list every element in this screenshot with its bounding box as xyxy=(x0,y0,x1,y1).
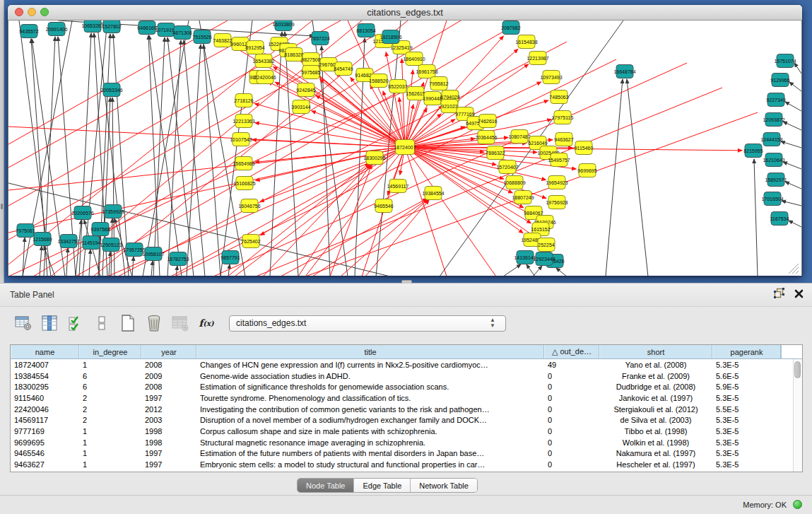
graph-node[interactable]: 16046756 xyxy=(238,199,260,213)
graph-node[interactable]: 8522037 xyxy=(388,80,407,93)
graph-node[interactable]: 16154838 xyxy=(515,35,537,49)
graph-node[interactable]: 4671308 xyxy=(172,26,192,40)
graph-node[interactable]: 18807249 xyxy=(512,191,534,204)
network-window-titlebar[interactable]: citations_edges.txt xyxy=(8,5,802,21)
close-panel-icon[interactable] xyxy=(794,288,804,301)
graph-node[interactable]: 10688809 xyxy=(503,176,525,189)
zoom-window-icon[interactable] xyxy=(40,8,49,16)
column-header-pagerank[interactable]: pagerank xyxy=(712,345,781,358)
column-header-out_de[interactable]: △ out_de… xyxy=(544,345,599,358)
panel-drag-grip[interactable] xyxy=(1,204,3,209)
graph-node[interactable]: 20364456 xyxy=(475,131,497,144)
graph-node[interactable]: 17975115 xyxy=(552,111,574,124)
graph-node[interactable]: 9463627 xyxy=(554,133,573,146)
graph-node[interactable]: 9129966 xyxy=(770,74,789,87)
scrollbar-thumb[interactable] xyxy=(794,361,801,378)
graph-node[interactable]: 9397588 xyxy=(90,223,110,236)
table-source-dropdown[interactable]: citations_edges.txt ▲▼ xyxy=(229,315,506,332)
graph-node[interactable]: 12093872 xyxy=(763,113,784,127)
graph-node[interactable]: 18640910 xyxy=(403,52,425,66)
table-settings-icon[interactable] xyxy=(14,314,33,332)
graph-node[interactable]: 1215689 xyxy=(33,233,52,246)
table-row[interactable]: 1456911722003Disruption of a novel membe… xyxy=(11,414,794,426)
column-header-year[interactable]: year xyxy=(141,345,196,358)
column-header-name[interactable]: name xyxy=(11,345,79,358)
table-row[interactable]: 1938455462009Genome-wide association stu… xyxy=(11,370,794,382)
graph-node[interactable]: 8912954 xyxy=(245,41,264,54)
network-canvas[interactable]: 1872400712325419186409101696175879558128… xyxy=(8,21,801,276)
graph-node[interactable]: 9465546 xyxy=(374,199,393,213)
graph-node[interactable]: 7485063 xyxy=(549,90,568,104)
graph-node[interactable]: 15654985 xyxy=(233,157,254,170)
graph-node[interactable]: 18724007 xyxy=(394,140,416,155)
graph-node[interactable]: 16033809 xyxy=(272,21,294,31)
graph-node[interactable]: 7625402 xyxy=(241,235,260,248)
graph-node[interactable]: 12213363 xyxy=(233,115,254,128)
graph-node[interactable]: 1527802 xyxy=(102,21,121,33)
graph-node[interactable]: 9227349 xyxy=(766,93,785,107)
delete-table-icon[interactable] xyxy=(145,314,163,332)
graph-node[interactable]: 22420046 xyxy=(254,71,276,84)
graph-node[interactable]: 8813054 xyxy=(356,24,375,37)
graph-node[interactable]: 13342757 xyxy=(57,235,79,248)
graph-node[interactable]: 7975061 xyxy=(16,224,35,238)
graph-node[interactable]: 16782753 xyxy=(167,252,189,266)
collapsed-control-panel-strip[interactable] xyxy=(0,0,4,283)
tab-node-table[interactable]: Node Table xyxy=(298,479,354,492)
column-header-short[interactable]: short xyxy=(599,345,712,358)
graph-node[interactable]: 10958107 xyxy=(142,247,164,261)
graph-node[interactable]: 7462616 xyxy=(478,115,497,128)
graph-node[interactable]: 15495757 xyxy=(548,153,570,167)
graph-node[interactable]: 20206576 xyxy=(71,206,93,220)
graph-node[interactable]: 12923448 xyxy=(533,252,555,266)
tab-network-table[interactable]: Network Table xyxy=(411,479,477,492)
graph-node[interactable]: 17016504 xyxy=(761,192,783,206)
graph-node[interactable]: 15751074 xyxy=(774,54,796,68)
graph-node[interactable]: 7857224 xyxy=(310,32,329,45)
graph-node[interactable]: 19218506 xyxy=(379,30,401,44)
graph-node[interactable]: 2087682 xyxy=(501,21,520,35)
graph-node[interactable]: 18300295 xyxy=(363,151,385,165)
graph-node[interactable]: 20053346 xyxy=(100,83,122,97)
select-all-columns-icon[interactable] xyxy=(66,314,85,332)
graph-node[interactable]: 8215955 xyxy=(743,144,763,158)
graph-node[interactable]: 252254 xyxy=(538,238,555,252)
graph-node[interactable]: 9827508 xyxy=(301,53,320,66)
table-row[interactable]: 911546021997Tourette syndrome. Phenomeno… xyxy=(11,392,794,404)
graph-node[interactable]: 20691406 xyxy=(45,23,67,36)
graph-node[interactable]: 15892971 xyxy=(765,173,787,187)
function-builder-icon[interactable]: f(x) xyxy=(197,314,216,332)
choose-columns-icon[interactable] xyxy=(40,314,59,332)
close-window-icon[interactable] xyxy=(15,8,23,16)
graph-node[interactable]: 9435572 xyxy=(19,25,38,38)
graph-node[interactable]: 16961758 xyxy=(416,65,437,78)
table-row[interactable]: 946554611997Estimation of the future num… xyxy=(11,448,794,460)
graph-node[interactable]: 1990448 xyxy=(423,92,442,105)
graph-node[interactable]: 16648784 xyxy=(613,65,635,78)
graph-node[interactable]: 17359928 xyxy=(102,205,124,218)
graph-node[interactable]: 10807487 xyxy=(508,130,530,144)
graph-node[interactable]: 10653287 xyxy=(81,21,103,33)
row-height-icon[interactable] xyxy=(93,314,111,332)
graph-node[interactable]: 1588520 xyxy=(369,74,388,88)
graph-node[interactable]: 9242845 xyxy=(296,83,315,97)
network-window[interactable]: citations_edges.txt 18724007123254191864… xyxy=(8,5,802,276)
graph-node[interactable]: 7515526 xyxy=(192,30,211,44)
new-table-icon[interactable] xyxy=(119,314,137,332)
table-row[interactable]: 2242004622012Investigating the contribut… xyxy=(11,404,794,415)
graph-node[interactable]: 7463822 xyxy=(213,34,232,47)
graph-node[interactable]: 12505123 xyxy=(100,238,122,252)
float-panel-icon[interactable] xyxy=(774,288,784,301)
table-row[interactable]: 969969511998Structural magnetic resonanc… xyxy=(11,437,794,448)
table-row[interactable]: 1872400712008Changes of HCN gene express… xyxy=(11,359,794,370)
graph-node[interactable]: 14569117 xyxy=(387,180,409,193)
column-header-title[interactable]: title xyxy=(196,345,544,358)
graph-node[interactable]: 15720407 xyxy=(496,160,518,174)
table-vertical-scrollbar[interactable] xyxy=(793,359,802,472)
graph-node[interactable]: 1167534 xyxy=(770,212,789,226)
graph-node[interactable]: 16210643 xyxy=(763,153,784,167)
graph-node[interactable]: 16543382 xyxy=(252,54,274,68)
graph-node[interactable]: 7955812 xyxy=(429,77,448,90)
graph-node[interactable]: 9857791 xyxy=(220,251,240,264)
table-row[interactable]: 946362711997Embryonic stem cells: a mode… xyxy=(11,459,794,470)
